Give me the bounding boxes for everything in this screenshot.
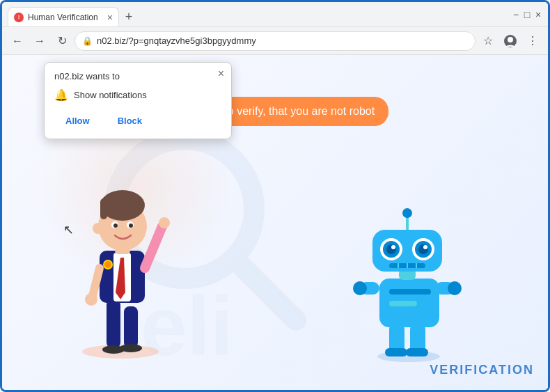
- address-bar[interactable]: 🔒 n02.biz/?p=gnqtayzvhe5gi3bpgyydmmy: [74, 31, 476, 51]
- tab-title: Human Verification: [28, 13, 103, 22]
- lock-icon: 🔒: [82, 36, 93, 46]
- svg-point-27: [104, 261, 111, 268]
- svg-point-9: [120, 344, 142, 352]
- maximize-button[interactable]: □: [523, 10, 531, 19]
- svg-point-50: [391, 245, 395, 249]
- person-illustration: [58, 160, 197, 369]
- robot-illustration: [353, 202, 464, 369]
- page-content: reli: [2, 55, 548, 390]
- tab-area: ! Human Verification × +: [8, 2, 503, 26]
- popup-buttons: Allow Block: [54, 111, 221, 130]
- close-window-button[interactable]: ×: [534, 10, 542, 19]
- notification-popup: × n02.biz wants to 🔔 Show notifications …: [44, 62, 232, 139]
- minimize-button[interactable]: −: [512, 10, 520, 19]
- svg-point-39: [448, 281, 462, 295]
- allow-button[interactable]: Allow: [54, 111, 101, 130]
- popup-close-button[interactable]: ×: [218, 68, 224, 79]
- active-tab[interactable]: ! Human Verification ×: [8, 7, 119, 26]
- block-button[interactable]: Block: [107, 111, 153, 130]
- svg-rect-34: [389, 289, 431, 295]
- profile-button[interactable]: [501, 31, 520, 51]
- notification-row: 🔔 Show notifications: [54, 88, 221, 102]
- svg-rect-32: [406, 348, 428, 356]
- back-button[interactable]: ←: [8, 31, 27, 51]
- bookmark-button[interactable]: ☆: [478, 31, 498, 51]
- svg-point-14: [159, 217, 170, 228]
- tab-favicon: !: [14, 13, 24, 22]
- tab-close-button[interactable]: ×: [107, 13, 113, 22]
- svg-rect-31: [385, 348, 407, 356]
- svg-point-51: [423, 245, 427, 249]
- robot-svg: [353, 202, 464, 362]
- notification-text: Show notifications: [74, 90, 147, 100]
- svg-rect-20: [100, 198, 107, 219]
- popup-title: n02.biz wants to: [54, 71, 221, 81]
- browser-window: ! Human Verification × + − □ × ← → ↻ 🔒 n…: [0, 0, 550, 392]
- verification-watermark: VERIFICATION: [430, 363, 534, 377]
- svg-rect-6: [107, 299, 120, 348]
- svg-point-16: [85, 293, 97, 306]
- reload-button[interactable]: ↻: [52, 31, 72, 51]
- nav-bar: ← → ↻ 🔒 n02.biz/?p=gnqtayzvhe5gi3bpgyydm…: [2, 27, 548, 55]
- new-tab-button[interactable]: +: [119, 7, 139, 26]
- url-text: n02.biz/?p=gnqtayzvhe5gi3bpgyydmmy: [97, 36, 468, 46]
- forward-button[interactable]: →: [30, 31, 49, 51]
- window-controls: − □ ×: [512, 10, 542, 19]
- svg-rect-7: [124, 306, 138, 348]
- svg-line-3: [237, 261, 296, 320]
- svg-point-24: [129, 224, 133, 228]
- svg-line-13: [145, 226, 162, 268]
- svg-point-25: [93, 223, 104, 234]
- svg-point-38: [353, 281, 367, 295]
- title-bar: ! Human Verification × + − □ ×: [2, 2, 548, 27]
- bell-icon: 🔔: [54, 88, 68, 102]
- menu-button[interactable]: ⋮: [523, 31, 542, 51]
- person-svg: [58, 160, 183, 362]
- svg-line-15: [93, 268, 100, 296]
- svg-point-43: [402, 208, 412, 218]
- svg-point-23: [113, 224, 118, 228]
- svg-point-1: [508, 37, 513, 42]
- svg-rect-35: [389, 301, 417, 306]
